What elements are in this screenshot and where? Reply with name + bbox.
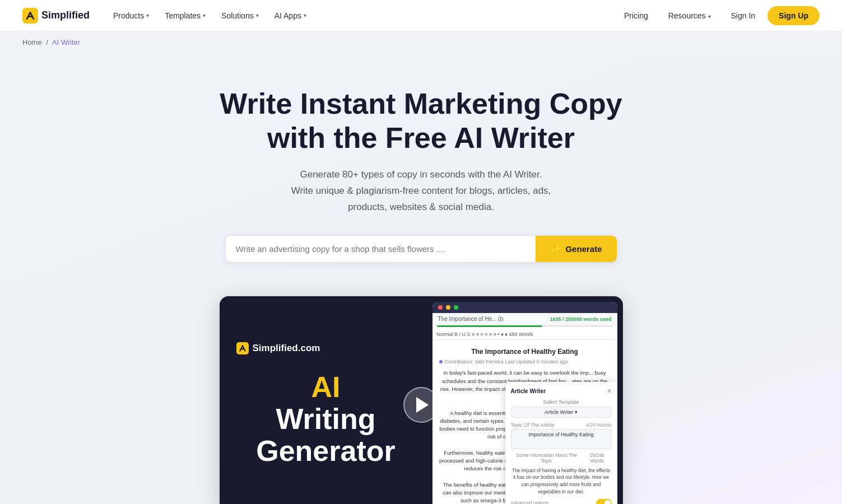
- nav-products[interactable]: Products ▾: [106, 7, 156, 25]
- chevron-down-icon: ▾: [146, 12, 149, 18]
- breadcrumb-current: AI Writer: [52, 38, 80, 46]
- video-left: Simplified.com AI WritingGenerator: [220, 296, 432, 504]
- svg-rect-0: [22, 8, 38, 24]
- panel-header: Article Writer ✕: [511, 388, 612, 395]
- signup-button[interactable]: Sign Up: [767, 6, 820, 25]
- video-logo: Simplified.com: [236, 342, 416, 354]
- chevron-down-icon: ▾: [203, 12, 206, 18]
- doc-title-bar: The Importance of He... (b 1635 / 250000…: [432, 313, 617, 325]
- advanced-toggle[interactable]: [596, 499, 612, 504]
- doc-toolbar: [432, 302, 617, 313]
- chevron-down-icon: ▾: [304, 12, 306, 18]
- toggle-knob: [604, 500, 611, 504]
- nav-links: Products ▾ Templates ▾ Solutions ▾ AI Ap…: [106, 7, 616, 25]
- meta-dot: [439, 360, 443, 363]
- panel-toggle-row: Advanced options: [511, 499, 612, 504]
- breadcrumb-separator: /: [46, 38, 48, 46]
- word-count-bar: [437, 325, 542, 327]
- panel-body-text: The impact of having a healthy diet, the…: [511, 467, 612, 496]
- video-right: The Importance of He... (b 1635 / 250000…: [432, 296, 623, 504]
- magic-icon: ✨: [550, 244, 561, 254]
- chevron-down-icon: ▾: [256, 12, 259, 18]
- hero-section: Write Instant Marketing Copy with the Fr…: [0, 53, 842, 504]
- nav-ai-apps[interactable]: AI Apps ▾: [268, 7, 313, 25]
- search-input[interactable]: [226, 236, 536, 262]
- hero-subtitle: Generate 80+ types of copy in seconds wi…: [264, 167, 578, 216]
- nav-right: Pricing Resources ▾ Sign In Sign Up: [616, 6, 820, 25]
- panel-topic-input[interactable]: Importance of Healthy Eating: [511, 429, 612, 449]
- panel-info-row: Some Information About The Topic 29/240 …: [511, 452, 612, 464]
- panel-topic-row: Topic Of The Article 4/20 Words: [511, 422, 612, 428]
- nav-resources[interactable]: Resources ▾: [660, 7, 719, 25]
- video-logo-text: Simplified.com: [253, 343, 320, 354]
- search-bar: ✨ Generate: [225, 235, 617, 263]
- toolbar-dot-yellow: [446, 305, 450, 310]
- video-logo-icon: [236, 342, 249, 354]
- logo-icon: [22, 8, 38, 24]
- svg-rect-1: [236, 342, 249, 354]
- toolbar-dot-red: [438, 305, 443, 310]
- doc-meta: Contributors: Valo Ferreira Last Updated…: [439, 359, 611, 365]
- doc-format-bar: Normal B I U S ≡ ≡ ≡ ≡ ≡ ≡ • ♦ ♦ 480 Wor…: [432, 329, 617, 340]
- nav-signin[interactable]: Sign In: [723, 7, 764, 25]
- article-panel: Article Writer ✕ Select Template Article…: [505, 382, 617, 504]
- hero-title: Write Instant Marketing Copy with the Fr…: [208, 87, 634, 156]
- nav-pricing[interactable]: Pricing: [616, 7, 656, 25]
- panel-template-select[interactable]: Article Writer ▾: [511, 407, 612, 418]
- video-title: AI WritingGenerator: [236, 371, 416, 468]
- video-inner: Simplified.com AI WritingGenerator: [220, 296, 623, 504]
- doc-preview: The Importance of He... (b 1635 / 250000…: [432, 302, 617, 504]
- toolbar-dot-green: [454, 305, 458, 310]
- breadcrumb: Home / AI Writer: [0, 31, 842, 53]
- video-preview: Simplified.com AI WritingGenerator: [220, 296, 623, 504]
- logo-link[interactable]: Simplified: [22, 8, 90, 24]
- panel-close-button[interactable]: ✕: [607, 388, 612, 395]
- nav-templates[interactable]: Templates ▾: [158, 7, 212, 25]
- navbar: Simplified Products ▾ Templates ▾ Soluti…: [0, 0, 842, 31]
- chevron-down-icon: ▾: [708, 13, 711, 20]
- nav-solutions[interactable]: Solutions ▾: [215, 7, 266, 25]
- generate-button[interactable]: ✨ Generate: [536, 236, 616, 262]
- breadcrumb-home[interactable]: Home: [22, 38, 42, 46]
- logo-text: Simplified: [41, 10, 90, 21]
- play-icon: [416, 397, 429, 413]
